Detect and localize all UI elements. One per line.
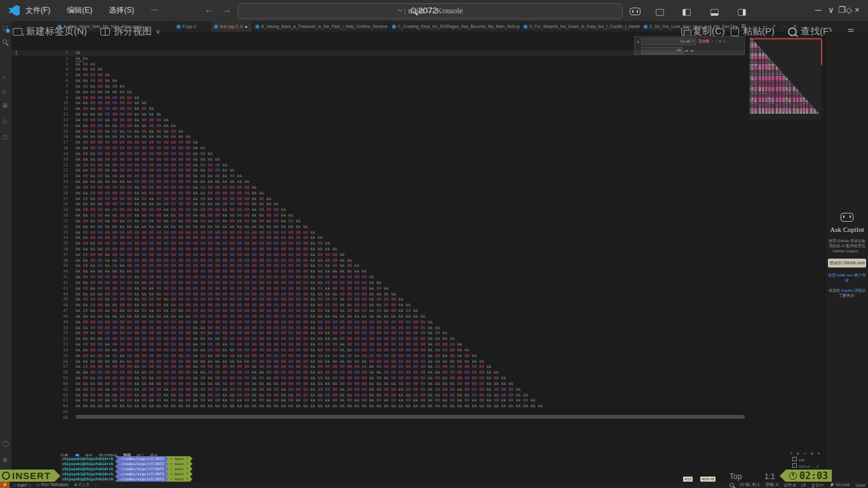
konsole-new-tab-button[interactable]: 新建标签页(N) [13,25,87,37]
github-signin-button[interactable]: 登录到 GitHub.com [828,259,866,268]
buffer-line-39[interactable]: 39kk 00 kk 00 kk 00 kk 00 00 00 00 00 00… [11,263,749,269]
buffer-line-46[interactable]: 46kk kk 00 00 kk kk 00 00 kk kk 00 00 kk… [11,302,749,308]
buffer-line-8[interactable]: 8kk kk kk kk kk kk kk kk [11,90,749,95]
buffer-line-5[interactable]: 5kk 00 00 00 kk [11,72,749,78]
ghe-signin-link[interactable]: 使用 GHE.com 帐户登录 [828,273,866,283]
buffer-line-62[interactable]: 62kk kk 00 00 kk kk 00 00 kk kk 00 00 kk… [11,393,749,398]
buffer-line-54[interactable]: 54kk kk 00 00 kk kk 00 00 00 00 00 00 00… [11,348,749,353]
source-control-icon[interactable]: ⑃ [3,74,6,81]
bell-icon[interactable]: ◌ [95,483,97,487]
buffer-line-51[interactable]: 51kk 00 kk 00 00 00 00 00 00 00 00 00 00… [11,330,749,336]
buffer-line-55[interactable]: 55kk 00 kk 00 kk 00 kk 00 00 00 00 00 00… [11,353,749,359]
search-sidebar-icon[interactable] [3,39,7,45]
buffer-line-53[interactable]: 53kk 00 00 00 kk 00 00 00 00 00 00 00 00… [11,342,749,348]
minimap[interactable] [750,37,822,119]
buffer-line-38[interactable]: 38kk kk 00 00 kk kk 00 00 00 00 00 00 00… [11,258,749,264]
zoom-status-icon[interactable] [729,483,734,487]
panel-action-3[interactable]: ∧ [810,451,813,456]
buffer-line-1[interactable]: 1kk [11,50,745,56]
buffer-line-42[interactable]: 42kk kk 00 00 00 00 00 00 kk kk 00 00 00… [11,280,749,286]
find-prev-icon[interactable]: ↑ [711,39,713,43]
buffer-line-26[interactable]: 26kk kk 00 00 00 00 00 00 kk kk 00 00 00… [11,191,749,196]
run-debug-icon[interactable]: ▷ [3,88,7,95]
buffer-line-40[interactable]: 40kk kk kk kk kk kk kk kk 00 00 00 00 00… [11,269,749,274]
status-right-item-6[interactable]: Linux [855,483,865,487]
menu-item-3[interactable]: ··· [151,5,158,16]
account-icon[interactable]: ◯ [3,440,9,447]
problems-status[interactable]: ⊗ 2 △ 0 [74,482,88,487]
buffer-line-25[interactable]: 25kk 00 00 00 00 00 00 00 kk 00 00 00 00… [11,185,749,191]
walkthrough-link[interactable]: Copilot 演练 [841,288,862,292]
close-button[interactable]: × [855,5,860,15]
modified-dot-icon[interactable]: ● [245,25,248,29]
buffer-line-23[interactable]: 23kk 00 kk 00 kk 00 kk 00 00 00 00 00 00… [11,173,749,179]
buffer-line-52[interactable]: 52kk kk kk kk 00 00 00 00 00 00 00 00 00… [11,336,749,342]
buffer-line-3[interactable]: 3kk 00 kk [11,62,749,67]
buffer-line-43[interactable]: 43kk 00 kk 00 00 00 00 00 kk 00 kk 00 00… [11,286,749,292]
menu-item-2[interactable]: 选择(S) [109,5,134,16]
buffer-line-56[interactable]: 56kk kk kk kk kk kk kk kk 00 00 00 00 00… [11,359,749,365]
run-testcases-button[interactable]: ▷ Run Testcases [37,482,68,487]
chevron-down-icon[interactable]: ∨ [828,5,834,15]
buffer-line-34[interactable]: 34kk kk 00 00 00 00 00 00 00 00 00 00 00… [11,235,749,241]
buffer-line-15[interactable]: 15kk 00 kk 00 kk 00 kk 00 kk 00 kk 00 kk… [11,129,749,135]
restore-button[interactable]: ❐ [838,5,846,15]
buffer-line-41[interactable]: 41kk 00 00 00 00 00 00 00 kk 00 00 00 00… [11,274,749,280]
buffer-line-2[interactable]: 2kk kk [11,56,749,62]
status-right-item-2[interactable]: UTF-8 [784,483,796,487]
editor-tab-1[interactable]: F.cpp U [173,21,211,32]
find-next-icon[interactable]: ↓ [715,39,717,43]
buffer-line-30[interactable]: 30kk kk 00 00 kk kk 00 00 kk kk 00 00 kk… [11,213,749,219]
status-right-item-3[interactable]: LF [801,483,806,487]
find-collapse-chevron[interactable]: ∨ [637,39,639,44]
konsole-split-view-button[interactable]: 拆分视图 ∨ [100,25,160,37]
match-case-icon[interactable]: Aa [680,39,684,43]
buffer-line-48[interactable]: 48kk kk kk kk kk kk kk kk kk kk kk kk kk… [11,314,749,320]
buffer-line-65[interactable]: 65 [11,409,749,415]
buffer-line-58[interactable]: 58kk kk 00 00 00 00 00 00 kk kk 00 00 00… [11,370,749,376]
panel-action-4[interactable]: × [817,451,820,456]
settings-gear-icon[interactable]: ⚙ [3,457,8,463]
buffer-line-32[interactable]: 32kk kk kk kk kk kk kk kk kk kk kk kk kk… [11,224,749,230]
buffer-line-33[interactable]: 33kk 00 00 00 00 00 00 00 00 00 00 00 00… [11,230,749,236]
buffer-line-61[interactable]: 61kk 00 00 00 kk 00 00 00 kk 00 00 00 kk… [11,387,749,393]
editor-tab-4[interactable]: C_Creating_Keys_for_StORages_Has_Become_… [389,21,520,32]
panel-action-2[interactable]: ─ [803,451,806,456]
buffer-line-47[interactable]: 47kk 00 kk 00 kk 00 kk 00 kk 00 kk 00 kk… [11,308,749,314]
status-right-item-4[interactable]: {} C++ [812,483,824,487]
testing-icon[interactable]: △ [3,118,7,124]
shell-list-item-1[interactable]: C/C++: ... ✓ [792,463,819,470]
buffer-line-29[interactable]: 29kk 00 00 00 kk 00 00 00 kk 00 00 00 kk… [11,207,749,213]
panel-action-1[interactable]: ∨ [796,451,799,456]
whole-word-icon[interactable]: ab [686,39,691,43]
buffer-line-28[interactable]: 28kk kk kk kk 00 00 00 00 kk kk kk kk 00… [11,201,749,207]
back-arrow-icon[interactable]: ← [205,4,214,15]
editor-tab-5[interactable]: D_For_Wizards_the_Exam_Is_Easy_but_I_Cou… [520,21,641,32]
buffer-line-44[interactable]: 44kk kk kk kk 00 00 00 00 kk kk kk kk 00… [11,292,749,297]
buffer-line-27[interactable]: 27kk 00 kk 00 00 00 00 00 kk 00 kk 00 00… [11,196,749,202]
editor-tab-2[interactable]: test.cpp 2, U● [211,21,252,32]
nvim-buffer[interactable]: 1kk 2kk kk 3kk 00 kk 4kk kk kk kk 5kk 00… [11,50,749,421]
buffer-line-50[interactable]: 50kk kk 00 00 00 00 00 00 00 00 00 00 00… [11,325,749,331]
buffer-line-20[interactable]: 20kk kk kk kk 00 00 00 00 00 00 00 00 00… [11,157,749,163]
diamond-icon[interactable]: ◇ [846,5,852,15]
find-close-icon[interactable]: × [723,39,726,43]
find-in-selection-icon[interactable]: ≡ [719,39,721,43]
buffer-line-19[interactable]: 19kk 00 kk 00 00 00 00 00 00 00 00 00 00… [11,151,749,157]
buffer-line-17[interactable]: 17kk 00 00 00 00 00 00 00 00 00 00 00 00… [11,140,749,146]
buffer-line-11[interactable]: 11kk 00 kk 00 00 00 00 00 kk 00 kk [11,106,749,112]
buffer-line-57[interactable]: 57kk 00 00 00 00 00 00 00 kk 00 00 00 00… [11,364,749,370]
buffer-line-60[interactable]: 60kk kk kk kk 00 00 00 00 kk kk kk kk 00… [11,381,749,387]
buffer-line-7[interactable]: 7kk 00 kk 00 kk 00 kk [11,84,749,90]
buffer-line-45[interactable]: 45kk 00 00 00 kk 00 00 00 kk 00 00 00 kk… [11,297,749,302]
buffer-line-37[interactable]: 37kk 00 00 00 kk 00 00 00 00 00 00 00 00… [11,252,749,258]
buffer-line-35[interactable]: 35kk 00 kk 00 00 00 00 00 00 00 00 00 00… [11,241,749,247]
forward-arrow-icon[interactable]: → [222,4,231,15]
buffer-line-16[interactable]: 16kk kk kk kk kk kk kk kk kk kk kk kk kk… [11,134,749,140]
buffer-line-13[interactable]: 13kk 00 00 00 kk 00 00 00 kk 00 00 00 kk [11,118,749,123]
regex-icon[interactable]: .* [691,39,694,43]
git-branch-status[interactable]: ⑃ main* ⟳ [13,483,31,487]
buffer-line-22[interactable]: 22kk kk 00 00 kk kk 00 00 00 00 00 00 00… [11,168,749,173]
remote-indicator[interactable]: ⚡ [0,482,10,488]
buffer-line-12[interactable]: 12kk kk kk kk 00 00 00 00 kk kk kk kk [11,112,749,118]
